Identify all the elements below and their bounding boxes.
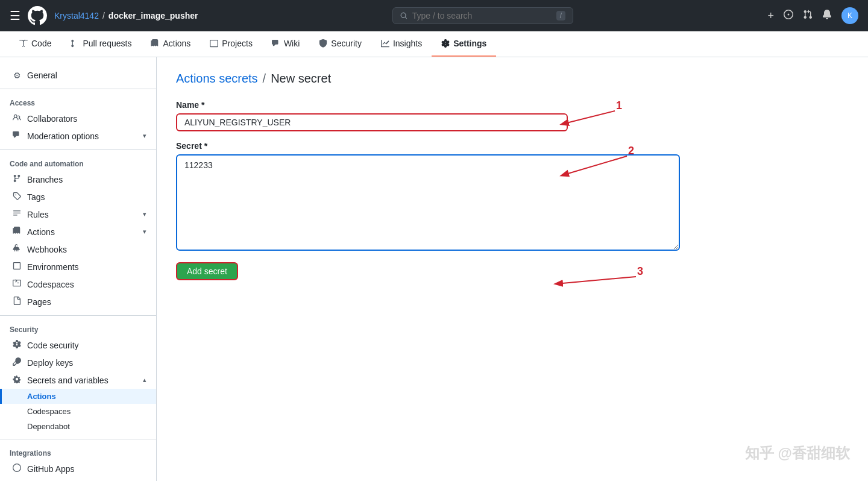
plus-icon[interactable]: +	[767, 10, 774, 22]
sidebar-item-tags[interactable]: Tags	[0, 188, 156, 206]
tab-actions[interactable]: Actions	[141, 31, 200, 57]
sidebar-item-webhooks[interactable]: Webhooks	[0, 241, 156, 258]
tab-actions-label: Actions	[163, 39, 190, 48]
topnav-right: + K	[767, 7, 858, 24]
tab-code[interactable]: Code	[10, 31, 61, 57]
svg-line-5	[556, 277, 636, 284]
search-area: /	[207, 7, 758, 24]
key-icon	[11, 357, 22, 368]
breadcrumb-separator: /	[263, 72, 266, 86]
tab-security[interactable]: Security	[309, 31, 371, 57]
sidebar-sub-actions-label: Actions	[27, 392, 56, 401]
name-form-group: Name *	[176, 100, 680, 131]
secret-textarea[interactable]: 112233	[176, 154, 680, 251]
sidebar-item-github-apps[interactable]: GitHub Apps	[0, 460, 156, 477]
main-content: Actions secrets / New secret Name * Secr…	[157, 57, 699, 481]
repo-path: Krystal4142 / docker_image_pusher	[54, 11, 198, 20]
topnav: ☰ Krystal4142 / docker_image_pusher / +	[0, 0, 868, 31]
sidebar-rules-label: Rules	[27, 210, 138, 219]
sidebar-item-code-security[interactable]: Code security	[0, 336, 156, 354]
sidebar-sub-codespaces[interactable]: Codespaces	[0, 404, 156, 419]
tab-projects-label: Projects	[222, 39, 253, 48]
sidebar-item-branches[interactable]: Branches	[0, 171, 156, 188]
sidebar-item-general[interactable]: ⚙ General	[0, 67, 156, 84]
sidebar-branches-label: Branches	[27, 175, 146, 184]
sidebar-item-email-notifications[interactable]: Email notifications	[0, 477, 156, 481]
actions-icon	[151, 39, 159, 48]
tab-insights[interactable]: Insights	[371, 31, 432, 57]
search-input[interactable]	[412, 11, 552, 20]
name-label: Name *	[176, 100, 680, 110]
sidebar-item-deploy-keys[interactable]: Deploy keys	[0, 354, 156, 371]
code-icon	[19, 39, 28, 48]
secret-form-group: Secret * 112233	[176, 141, 680, 253]
tab-settings[interactable]: Settings	[432, 31, 496, 57]
search-box[interactable]: /	[392, 7, 573, 24]
repo-tabs: Code Pull requests Actions Projects Wiki…	[0, 31, 868, 57]
search-shortcut: /	[556, 11, 565, 20]
sidebar-secrets-label: Secrets and variables	[27, 376, 138, 385]
insights-icon	[381, 39, 389, 48]
breadcrumb-link[interactable]: Actions secrets	[176, 72, 258, 86]
actions-sidebar-icon	[11, 227, 22, 237]
tab-wiki[interactable]: Wiki	[262, 31, 309, 57]
button-wrapper: Add secret	[176, 262, 238, 280]
sidebar-item-moderation[interactable]: Moderation options ▾	[0, 127, 156, 145]
prs-icon[interactable]	[803, 10, 813, 22]
sidebar-section-security: Security	[0, 321, 156, 336]
sidebar-item-secrets-variables[interactable]: Secrets and variables ▴	[0, 371, 156, 389]
github-logo	[28, 6, 47, 25]
comment-icon	[11, 131, 22, 141]
gear-icon: ⚙	[11, 71, 22, 80]
security-tab-icon	[319, 39, 327, 48]
sidebar-item-codespaces[interactable]: Codespaces	[0, 275, 156, 293]
sidebar-item-pages[interactable]: Pages	[0, 293, 156, 310]
tab-settings-label: Settings	[453, 39, 486, 48]
settings-tab-icon	[441, 39, 450, 48]
issues-icon[interactable]	[784, 10, 793, 22]
sidebar-section-integrations: Integrations	[0, 444, 156, 460]
sidebar-moderation-label: Moderation options	[27, 131, 138, 141]
sidebar-divider-2	[0, 149, 156, 150]
topnav-left: ☰ Krystal4142 / docker_image_pusher	[10, 6, 198, 25]
sidebar-pages-label: Pages	[27, 297, 146, 307]
secret-icon	[11, 375, 22, 385]
main-layout: ⚙ General Access Collaborators Moderatio…	[0, 57, 868, 481]
wiki-icon	[272, 39, 280, 48]
tab-insights-label: Insights	[393, 39, 422, 48]
notifications-icon[interactable]	[822, 10, 832, 22]
rules-icon	[11, 209, 22, 219]
sidebar-collaborators-label: Collaborators	[27, 114, 146, 124]
secret-label: Secret *	[176, 141, 680, 151]
repo-link[interactable]: docker_image_pusher	[108, 11, 198, 20]
avatar[interactable]: K	[841, 7, 858, 24]
sidebar-codesecurity-label: Code security	[27, 341, 146, 350]
rules-chevron-icon: ▾	[143, 210, 146, 218]
form-area: Name * Secret * 112233 Add secret 1 2	[176, 100, 680, 280]
hamburger-icon[interactable]: ☰	[10, 8, 20, 23]
name-input[interactable]	[176, 113, 568, 131]
sidebar-codespaces-label: Codespaces	[27, 280, 146, 289]
sidebar-item-collaborators[interactable]: Collaborators	[0, 110, 156, 127]
sidebar-item-rules[interactable]: Rules ▾	[0, 206, 156, 223]
secrets-chevron-icon: ▴	[143, 376, 146, 384]
sidebar-section-access: Access	[0, 94, 156, 110]
sidebar-item-actions[interactable]: Actions ▾	[0, 223, 156, 241]
sidebar-sub-actions[interactable]: Actions	[0, 389, 156, 404]
sidebar-item-environments[interactable]: Environments	[0, 258, 156, 275]
breadcrumb-current: New secret	[271, 72, 331, 86]
sidebar-sub-dependabot[interactable]: Dependabot	[0, 419, 156, 434]
sidebar-githubapps-label: GitHub Apps	[27, 464, 146, 474]
tab-security-label: Security	[331, 39, 362, 48]
sidebar-divider-4	[0, 439, 156, 439]
sidebar-general-label: General	[27, 71, 146, 80]
add-secret-button[interactable]: Add secret	[176, 262, 238, 280]
sidebar-deploykeys-label: Deploy keys	[27, 358, 146, 368]
owner-link[interactable]: Krystal4142	[54, 11, 99, 20]
environments-icon	[11, 262, 22, 272]
chevron-down-icon: ▾	[143, 132, 146, 140]
tab-projects[interactable]: Projects	[200, 31, 262, 57]
tab-pull-requests[interactable]: Pull requests	[61, 31, 141, 57]
webhooks-icon	[11, 244, 22, 254]
codespaces-icon	[11, 279, 22, 289]
